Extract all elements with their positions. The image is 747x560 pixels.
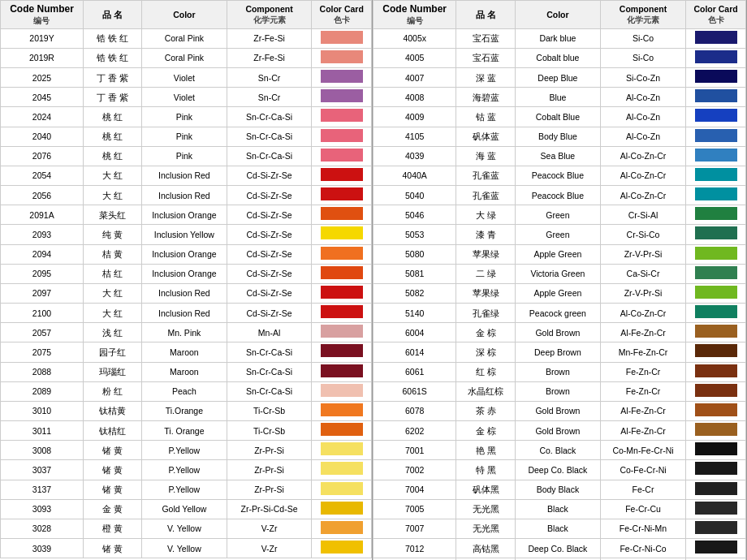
left-header-code: Code Number 编号	[1, 1, 84, 29]
color-swatch	[695, 462, 737, 475]
cell-code: 2057	[1, 323, 84, 342]
cell-card	[312, 48, 372, 67]
cell-name: 锗 黄	[83, 480, 141, 499]
color-swatch	[321, 31, 363, 44]
cell-name: 无光黑	[456, 499, 515, 519]
color-swatch	[321, 129, 363, 142]
color-swatch	[695, 31, 737, 44]
color-swatch	[695, 541, 737, 554]
color-swatch	[321, 109, 363, 122]
cell-color: Pink	[142, 107, 227, 127]
left-header-card: Color Card 色卡	[312, 1, 372, 29]
cell-component: Si-Co	[600, 28, 685, 48]
cell-name: 孔雀蓝	[456, 186, 515, 205]
cell-component: Al-Co-Zn-Cr	[600, 166, 685, 185]
cell-code: 2093	[1, 225, 84, 244]
cell-color: Deep Co. Black	[515, 460, 600, 480]
color-swatch	[321, 364, 363, 377]
cell-code: 7007	[374, 519, 456, 538]
cell-component: Cr-Si-Al	[600, 205, 685, 225]
cell-name: 大 红	[83, 283, 141, 303]
table-row: 3137锗 黄P.YellowZr-Pr-Si	[1, 480, 372, 499]
color-swatch	[695, 226, 737, 239]
cell-component: Al-Co-Zn	[600, 107, 685, 127]
cell-name: 艳 黑	[456, 441, 515, 460]
cell-name: 丁 香 紫	[83, 68, 141, 88]
cell-color: Cobalt Blue	[515, 107, 600, 127]
cell-component: Al-Co-Zn	[600, 88, 685, 107]
table-row: 4039海 蓝Sea BlueAl-Co-Zn-Cr	[374, 146, 746, 166]
cell-code: 4105	[374, 127, 456, 146]
cell-color: Inclusion Yellow	[142, 225, 227, 244]
table-row: 2091A菜头红Inclusion OrangeCd-Si-Zr-Se	[1, 205, 372, 225]
table-row: 4005宝石蓝Cobalt blueSi-Co	[374, 48, 746, 67]
cell-card	[686, 362, 746, 381]
cell-color: V. Yellow	[142, 519, 227, 538]
cell-name: 丁 香 紫	[83, 88, 141, 107]
cell-code: 2019Y	[1, 28, 84, 48]
cell-component: Cd-Si-Zr-Se	[227, 205, 312, 225]
cell-name: 宝石蓝	[456, 28, 515, 48]
cell-card	[312, 127, 372, 146]
cell-name: 桃 红	[83, 127, 141, 146]
cell-component: Zr-Pr-Si	[227, 480, 312, 499]
left-table-wrapper: Code Number 编号 品 名 Color Component 化学元素 …	[0, 0, 373, 560]
cell-code: 2076	[1, 146, 84, 166]
cell-name: 粉 红	[83, 381, 141, 401]
cell-color: P.Yellow	[142, 460, 227, 480]
cell-code: 7002	[374, 460, 456, 480]
cell-name: 钛桔黄	[83, 401, 141, 420]
cell-component: Fe-Zn-Cr	[600, 381, 685, 401]
cell-name: 孔雀绿	[456, 304, 515, 323]
cell-color: Inclusion Orange	[142, 205, 227, 225]
cell-card	[312, 342, 372, 362]
table-row: 2054大 红Inclusion RedCd-Si-Zr-Se	[1, 166, 372, 185]
cell-card	[312, 519, 372, 538]
table-row: 2025丁 香 紫VioletSn-Cr	[1, 68, 372, 88]
cell-card	[686, 499, 746, 519]
left-header-color: Color	[142, 1, 227, 29]
table-row: 2056大 红Inclusion RedCd-Si-Zr-Se	[1, 186, 372, 205]
table-row: 6202金 棕Gold BrownAl-Fe-Zn-Cr	[374, 421, 746, 441]
cell-color: Pink	[142, 146, 227, 166]
cell-component: Zr-Pr-Si-Cd-Se	[227, 499, 312, 519]
table-row: 2095桔 红Inclusion OrangeCd-Si-Zr-Se	[1, 264, 372, 283]
cell-name: 高钴黑	[456, 539, 515, 558]
cell-card	[312, 283, 372, 303]
table-row: 6061S水晶红棕BrownFe-Zn-Cr	[374, 381, 746, 401]
table-row: 2088玛瑙红MaroonSn-Cr-Ca-Si	[1, 362, 372, 381]
cell-name: 金 棕	[456, 323, 515, 342]
cell-color: Maroon	[142, 342, 227, 362]
cell-card	[686, 127, 746, 146]
right-header-name: 品 名	[456, 1, 515, 29]
cell-card	[686, 225, 746, 244]
table-row: 2076桃 红PinkSn-Cr-Ca-Si	[1, 146, 372, 166]
cell-name: 大 红	[83, 304, 141, 323]
color-swatch	[321, 168, 363, 181]
cell-code: 2088	[1, 362, 84, 381]
cell-code: 5140	[374, 304, 456, 323]
table-row: 2040桃 红PinkSn-Cr-Ca-Si	[1, 127, 372, 146]
cell-code: 5040	[374, 186, 456, 205]
color-swatch	[695, 129, 737, 142]
color-swatch	[321, 70, 363, 83]
color-swatch	[321, 403, 363, 416]
table-row: 5046大 绿GreenCr-Si-Al	[374, 205, 746, 225]
cell-component: Cd-Si-Zr-Se	[227, 225, 312, 244]
cell-component: Cd-Si-Zr-Se	[227, 304, 312, 323]
cell-code: 2024	[1, 107, 84, 127]
cell-card	[312, 401, 372, 420]
table-row: 4005x宝石蓝Dark blueSi-Co	[374, 28, 746, 48]
cell-name: 矾体黑	[456, 480, 515, 499]
cell-card	[312, 323, 372, 342]
cell-code: 2054	[1, 166, 84, 185]
cell-card	[312, 381, 372, 401]
cell-code: 2045	[1, 88, 84, 107]
color-swatch	[321, 462, 363, 475]
color-swatch	[321, 207, 363, 220]
cell-component: Cd-Si-Zr-Se	[227, 186, 312, 205]
color-swatch	[321, 187, 363, 200]
cell-color: P.Yellow	[142, 441, 227, 460]
cell-component: Fe-Zn-Cr	[600, 362, 685, 381]
cell-card	[686, 166, 746, 185]
